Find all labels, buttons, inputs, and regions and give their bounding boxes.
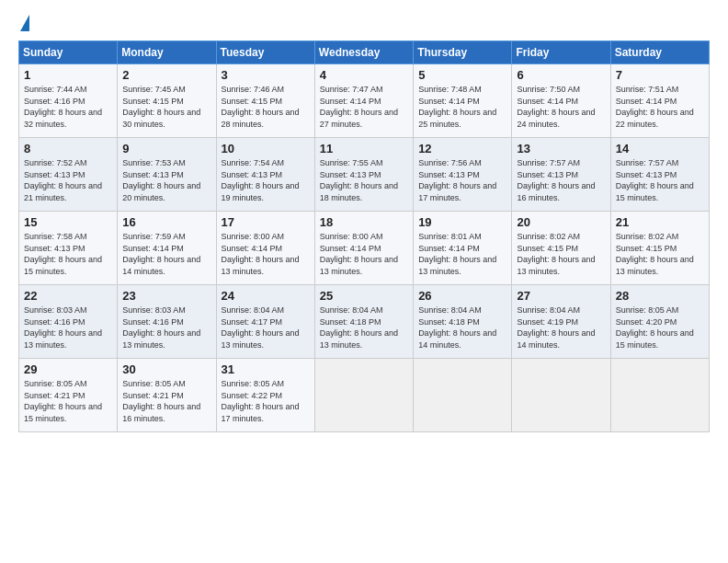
page: SundayMondayTuesdayWednesdayThursdayFrid… xyxy=(0,0,728,563)
cell-content: Sunrise: 8:01 AM Sunset: 4:14 PM Dayligh… xyxy=(418,231,506,277)
cell-content: Sunrise: 8:02 AM Sunset: 4:15 PM Dayligh… xyxy=(616,231,704,277)
logo-triangle-icon xyxy=(20,15,29,31)
calendar-cell: 23 Sunrise: 8:03 AM Sunset: 4:16 PM Dayl… xyxy=(118,285,216,359)
calendar-cell: 3 Sunrise: 7:46 AM Sunset: 4:15 PM Dayli… xyxy=(216,64,314,138)
header xyxy=(18,15,710,31)
cell-content: Sunrise: 8:00 AM Sunset: 4:14 PM Dayligh… xyxy=(222,231,310,277)
calendar-week-row: 22 Sunrise: 8:03 AM Sunset: 4:16 PM Dayl… xyxy=(19,285,710,359)
day-number: 26 xyxy=(418,289,506,303)
weekday-header-cell: Tuesday xyxy=(216,41,314,64)
day-number: 20 xyxy=(517,215,605,229)
cell-content: Sunrise: 7:55 AM Sunset: 4:13 PM Dayligh… xyxy=(320,157,408,203)
day-number: 2 xyxy=(122,68,210,82)
calendar-cell: 8 Sunrise: 7:52 AM Sunset: 4:13 PM Dayli… xyxy=(19,138,118,212)
weekday-header-cell: Sunday xyxy=(19,41,118,64)
cell-content: Sunrise: 7:52 AM Sunset: 4:13 PM Dayligh… xyxy=(24,157,112,203)
calendar-cell: 24 Sunrise: 8:04 AM Sunset: 4:17 PM Dayl… xyxy=(216,285,314,359)
weekday-header-cell: Thursday xyxy=(414,41,512,64)
calendar-cell: 27 Sunrise: 8:04 AM Sunset: 4:19 PM Dayl… xyxy=(512,285,610,359)
cell-content: Sunrise: 8:03 AM Sunset: 4:16 PM Dayligh… xyxy=(122,304,210,350)
day-number: 25 xyxy=(320,289,408,303)
cell-content: Sunrise: 8:05 AM Sunset: 4:22 PM Dayligh… xyxy=(222,378,310,424)
calendar-cell: 21 Sunrise: 8:02 AM Sunset: 4:15 PM Dayl… xyxy=(610,212,709,285)
calendar-cell: 4 Sunrise: 7:47 AM Sunset: 4:14 PM Dayli… xyxy=(314,64,413,138)
day-number: 6 xyxy=(517,68,605,82)
cell-content: Sunrise: 7:54 AM Sunset: 4:13 PM Dayligh… xyxy=(222,157,310,203)
calendar-cell: 14 Sunrise: 7:57 AM Sunset: 4:13 PM Dayl… xyxy=(610,138,709,212)
cell-content: Sunrise: 7:58 AM Sunset: 4:13 PM Dayligh… xyxy=(24,231,112,277)
calendar-cell: 12 Sunrise: 7:56 AM Sunset: 4:13 PM Dayl… xyxy=(414,138,512,212)
day-number: 1 xyxy=(24,68,112,82)
calendar-cell: 26 Sunrise: 8:04 AM Sunset: 4:18 PM Dayl… xyxy=(414,285,512,359)
cell-content: Sunrise: 8:04 AM Sunset: 4:19 PM Dayligh… xyxy=(517,304,605,350)
weekday-header-row: SundayMondayTuesdayWednesdayThursdayFrid… xyxy=(19,41,710,64)
day-number: 21 xyxy=(616,215,704,229)
calendar-table: SundayMondayTuesdayWednesdayThursdayFrid… xyxy=(18,40,710,432)
day-number: 7 xyxy=(616,68,704,82)
day-number: 30 xyxy=(122,362,210,376)
cell-content: Sunrise: 8:05 AM Sunset: 4:20 PM Dayligh… xyxy=(616,304,704,350)
day-number: 29 xyxy=(24,362,112,376)
day-number: 16 xyxy=(122,215,210,229)
calendar-cell: 1 Sunrise: 7:44 AM Sunset: 4:16 PM Dayli… xyxy=(19,64,118,138)
cell-content: Sunrise: 7:53 AM Sunset: 4:13 PM Dayligh… xyxy=(122,157,210,203)
calendar-cell xyxy=(512,359,610,432)
cell-content: Sunrise: 8:02 AM Sunset: 4:15 PM Dayligh… xyxy=(517,231,605,277)
cell-content: Sunrise: 8:04 AM Sunset: 4:18 PM Dayligh… xyxy=(418,304,506,350)
calendar-cell: 10 Sunrise: 7:54 AM Sunset: 4:13 PM Dayl… xyxy=(216,138,314,212)
cell-content: Sunrise: 8:04 AM Sunset: 4:18 PM Dayligh… xyxy=(320,304,408,350)
cell-content: Sunrise: 7:50 AM Sunset: 4:14 PM Dayligh… xyxy=(517,84,605,130)
calendar-cell: 19 Sunrise: 8:01 AM Sunset: 4:14 PM Dayl… xyxy=(414,212,512,285)
day-number: 23 xyxy=(122,289,210,303)
calendar-cell: 7 Sunrise: 7:51 AM Sunset: 4:14 PM Dayli… xyxy=(610,64,709,138)
day-number: 14 xyxy=(616,142,704,155)
cell-content: Sunrise: 8:00 AM Sunset: 4:14 PM Dayligh… xyxy=(320,231,408,277)
calendar-cell: 13 Sunrise: 7:57 AM Sunset: 4:13 PM Dayl… xyxy=(512,138,610,212)
cell-content: Sunrise: 7:57 AM Sunset: 4:13 PM Dayligh… xyxy=(616,157,704,203)
calendar-cell: 9 Sunrise: 7:53 AM Sunset: 4:13 PM Dayli… xyxy=(118,138,216,212)
cell-content: Sunrise: 7:46 AM Sunset: 4:15 PM Dayligh… xyxy=(222,84,310,130)
cell-content: Sunrise: 8:05 AM Sunset: 4:21 PM Dayligh… xyxy=(24,378,112,424)
calendar-week-row: 15 Sunrise: 7:58 AM Sunset: 4:13 PM Dayl… xyxy=(19,212,710,285)
weekday-header-cell: Wednesday xyxy=(314,41,413,64)
cell-content: Sunrise: 7:57 AM Sunset: 4:13 PM Dayligh… xyxy=(517,157,605,203)
calendar-cell: 5 Sunrise: 7:48 AM Sunset: 4:14 PM Dayli… xyxy=(414,64,512,138)
day-number: 10 xyxy=(222,142,310,155)
day-number: 24 xyxy=(222,289,310,303)
day-number: 5 xyxy=(418,68,506,82)
cell-content: Sunrise: 7:44 AM Sunset: 4:16 PM Dayligh… xyxy=(24,84,112,130)
calendar-cell: 11 Sunrise: 7:55 AM Sunset: 4:13 PM Dayl… xyxy=(314,138,413,212)
cell-content: Sunrise: 7:51 AM Sunset: 4:14 PM Dayligh… xyxy=(616,84,704,130)
calendar-cell: 29 Sunrise: 8:05 AM Sunset: 4:21 PM Dayl… xyxy=(19,359,118,432)
calendar-week-row: 1 Sunrise: 7:44 AM Sunset: 4:16 PM Dayli… xyxy=(19,64,710,138)
calendar-cell xyxy=(414,359,512,432)
calendar-cell: 30 Sunrise: 8:05 AM Sunset: 4:21 PM Dayl… xyxy=(118,359,216,432)
day-number: 11 xyxy=(320,142,408,155)
day-number: 31 xyxy=(222,362,310,376)
day-number: 28 xyxy=(616,289,704,303)
calendar-cell: 15 Sunrise: 7:58 AM Sunset: 4:13 PM Dayl… xyxy=(19,212,118,285)
day-number: 19 xyxy=(418,215,506,229)
logo xyxy=(18,15,29,31)
day-number: 8 xyxy=(24,142,112,155)
cell-content: Sunrise: 8:04 AM Sunset: 4:17 PM Dayligh… xyxy=(222,304,310,350)
cell-content: Sunrise: 7:47 AM Sunset: 4:14 PM Dayligh… xyxy=(320,84,408,130)
cell-content: Sunrise: 7:56 AM Sunset: 4:13 PM Dayligh… xyxy=(418,157,506,203)
day-number: 12 xyxy=(418,142,506,155)
weekday-header-cell: Friday xyxy=(512,41,610,64)
day-number: 9 xyxy=(122,142,210,155)
day-number: 18 xyxy=(320,215,408,229)
calendar-cell xyxy=(314,359,413,432)
day-number: 22 xyxy=(24,289,112,303)
calendar-cell: 31 Sunrise: 8:05 AM Sunset: 4:22 PM Dayl… xyxy=(216,359,314,432)
calendar-cell: 16 Sunrise: 7:59 AM Sunset: 4:14 PM Dayl… xyxy=(118,212,216,285)
calendar-cell: 22 Sunrise: 8:03 AM Sunset: 4:16 PM Dayl… xyxy=(19,285,118,359)
day-number: 27 xyxy=(517,289,605,303)
weekday-header-cell: Monday xyxy=(118,41,216,64)
cell-content: Sunrise: 7:45 AM Sunset: 4:15 PM Dayligh… xyxy=(122,84,210,130)
calendar-cell xyxy=(610,359,709,432)
calendar-cell: 25 Sunrise: 8:04 AM Sunset: 4:18 PM Dayl… xyxy=(314,285,413,359)
cell-content: Sunrise: 8:05 AM Sunset: 4:21 PM Dayligh… xyxy=(122,378,210,424)
calendar-cell: 20 Sunrise: 8:02 AM Sunset: 4:15 PM Dayl… xyxy=(512,212,610,285)
calendar-cell: 18 Sunrise: 8:00 AM Sunset: 4:14 PM Dayl… xyxy=(314,212,413,285)
